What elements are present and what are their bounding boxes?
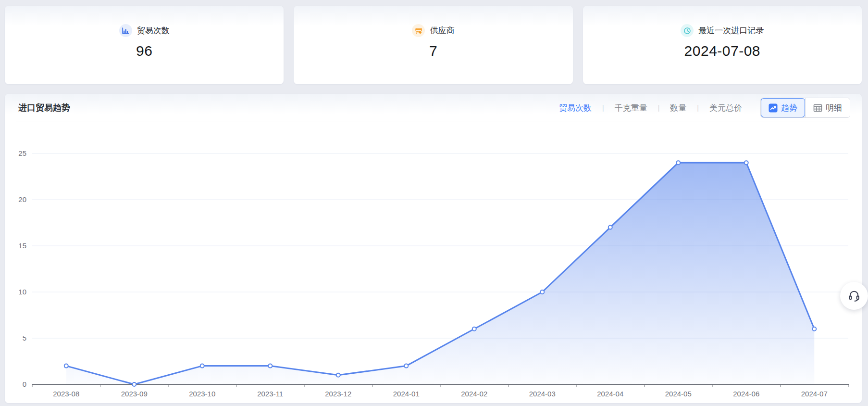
svg-text:2024-06: 2024-06	[733, 390, 759, 398]
svg-text:2024-04: 2024-04	[597, 390, 623, 398]
svg-text:2023-12: 2023-12	[325, 390, 351, 398]
svg-text:2023-11: 2023-11	[257, 390, 283, 398]
view-button-label: 明细	[826, 102, 842, 114]
table-icon	[813, 103, 822, 113]
svg-text:0: 0	[23, 380, 26, 388]
svg-text:10: 10	[18, 288, 26, 296]
tab-kg-weight[interactable]: 千克重量	[613, 102, 649, 114]
svg-text:25: 25	[18, 149, 26, 157]
view-toggle-group: 趋势 明细	[760, 98, 850, 118]
svg-text:2023-10: 2023-10	[189, 390, 215, 398]
supplier-icon	[412, 24, 425, 37]
tab-quantity[interactable]: 数量	[668, 102, 688, 114]
tab-separator: |	[602, 104, 604, 112]
svg-text:2024-02: 2024-02	[461, 390, 487, 398]
trend-icon	[769, 103, 778, 113]
metric-tabs: 贸易次数 | 千克重量 | 数量 | 美元总价	[557, 102, 744, 114]
stat-value: 2024-07-08	[684, 43, 760, 59]
tab-separator: |	[658, 104, 660, 112]
svg-text:2024-07: 2024-07	[801, 390, 828, 398]
detail-view-button[interactable]: 明细	[805, 98, 850, 117]
svg-text:15: 15	[18, 241, 26, 250]
clock-icon	[681, 24, 694, 37]
view-button-label: 趋势	[781, 102, 797, 114]
svg-text:5: 5	[23, 334, 26, 342]
stat-value: 7	[429, 43, 437, 59]
stat-label: 供应商	[430, 25, 454, 36]
svg-text:2024-01: 2024-01	[393, 390, 420, 398]
support-button[interactable]	[840, 282, 868, 310]
panel-title: 进口贸易趋势	[18, 102, 70, 114]
svg-text:20: 20	[18, 195, 26, 203]
headset-icon	[847, 289, 861, 303]
svg-text:2024-03: 2024-03	[529, 390, 556, 398]
bar-chart-icon	[119, 24, 132, 37]
stat-label: 贸易次数	[137, 25, 170, 36]
trend-view-button[interactable]: 趋势	[761, 98, 805, 117]
svg-text:2023-08: 2023-08	[53, 390, 79, 398]
svg-text:2023-09: 2023-09	[121, 390, 148, 398]
tab-separator: |	[697, 104, 699, 112]
trend-panel: 进口贸易趋势 贸易次数 | 千克重量 | 数量 | 美元总价	[5, 94, 862, 403]
stat-card-suppliers: 供应商 7	[294, 6, 572, 84]
stat-card-trade-count: 贸易次数 96	[5, 6, 284, 84]
stat-label: 最近一次进口记录	[698, 25, 764, 36]
trend-panel-header: 进口贸易趋势 贸易次数 | 千克重量 | 数量 | 美元总价	[5, 94, 862, 122]
stat-value: 96	[136, 43, 152, 59]
tab-usd-total[interactable]: 美元总价	[707, 102, 744, 114]
svg-text:2024-05: 2024-05	[665, 390, 692, 398]
stats-row: 贸易次数 96 供应商 7	[5, 6, 862, 84]
stat-card-latest-import: 最近一次进口记录 2024-07-08	[583, 6, 862, 84]
trend-chart[interactable]: 05101520252023-082023-092023-102023-1120…	[5, 122, 862, 403]
tab-trade-count[interactable]: 贸易次数	[557, 102, 594, 114]
